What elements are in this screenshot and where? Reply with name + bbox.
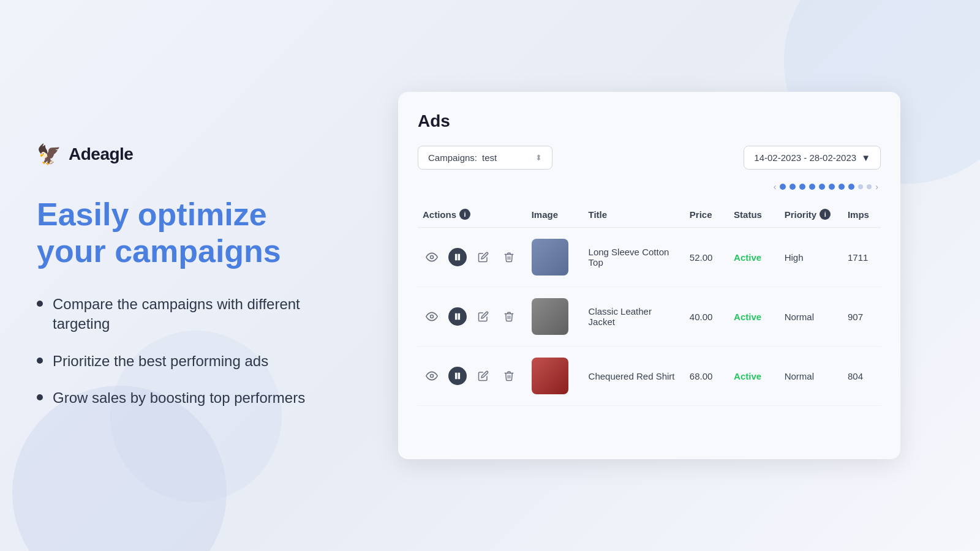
row-1-view-icon[interactable] [423, 248, 441, 266]
bullet-text-3: Grow sales by boosting top performers [53, 388, 305, 408]
th-image: Image [527, 201, 584, 228]
th-actions: Actions i [418, 201, 527, 228]
row-2-title: Classic Leather Jacket [584, 287, 685, 347]
pag-dot-6[interactable] [829, 184, 835, 190]
th-title: Title [584, 201, 685, 228]
row-1-price: 52.00 [685, 228, 729, 287]
row-1-status: Active [729, 228, 780, 287]
ads-card: Ads Campaigns: test ⬍ 14-02-2023 - 28-02… [398, 92, 900, 459]
card-title: Ads [418, 111, 881, 131]
svg-rect-5 [458, 313, 459, 319]
bullet-dot-2 [37, 358, 43, 364]
row-3-view-icon[interactable] [423, 367, 441, 385]
row-1-actions [418, 228, 527, 287]
pag-dot-3[interactable] [799, 184, 805, 190]
bullet-item-2: Prioritize the best performing ads [37, 351, 318, 371]
table-row: Long Sleeve Cotton Top 52.00 Active High… [418, 228, 881, 287]
pag-dot-4[interactable] [809, 184, 815, 190]
svg-rect-7 [456, 373, 457, 378]
pag-dot-5[interactable] [819, 184, 825, 190]
bullet-text-1: Compare the campaigns with different tar… [53, 294, 318, 334]
th-priority-label: Priority [785, 209, 817, 220]
row-3-status: Active [729, 347, 780, 406]
hero-title: Easily optimize your campaigns [37, 197, 318, 270]
bullet-item-3: Grow sales by boosting top performers [37, 388, 318, 408]
row-2-price: 40.00 [685, 287, 729, 347]
date-range-picker[interactable]: 14-02-2023 - 28-02-2023 ▼ [744, 146, 881, 170]
row-2-priority: Normal [780, 287, 843, 347]
card-toolbar: Campaigns: test ⬍ 14-02-2023 - 28-02-202… [418, 146, 881, 170]
row-3-pause-icon[interactable] [448, 367, 467, 385]
row-1-title: Long Sleeve Cotton Top [584, 228, 685, 287]
svg-point-6 [431, 375, 434, 378]
date-range-value: 14-02-2023 - 28-02-2023 [754, 152, 856, 163]
row-3-delete-icon[interactable] [500, 367, 518, 385]
th-imps: Imps [843, 201, 881, 228]
row-2-actions [418, 287, 527, 347]
row-1-delete-icon[interactable] [500, 248, 518, 266]
pagination-row: ‹ › [418, 182, 881, 192]
row-3-edit-icon[interactable] [474, 367, 492, 385]
actions-info-badge[interactable]: i [459, 209, 470, 220]
row-3-imps: 804 [843, 347, 881, 406]
row-1-pause-icon[interactable] [448, 248, 467, 266]
pag-dot-9[interactable] [858, 184, 863, 189]
row-1-priority: High [780, 228, 843, 287]
logo-text: Adeagle [69, 144, 133, 164]
row-1-status-badge: Active [734, 252, 761, 263]
row-3-image [527, 347, 584, 406]
row-2-status-badge: Active [734, 312, 761, 322]
bullet-item-1: Compare the campaigns with different tar… [37, 294, 318, 334]
row-3-priority: Normal [780, 347, 843, 406]
table-row: Classic Leather Jacket 40.00 Active Norm… [418, 287, 881, 347]
pag-dot-8[interactable] [848, 184, 854, 190]
pagination-next[interactable]: › [875, 182, 878, 192]
svg-rect-1 [456, 254, 457, 260]
bullet-dot-3 [37, 394, 43, 400]
row-3-product-image [532, 358, 568, 394]
row-2-product-image [532, 298, 568, 335]
row-1-edit-icon[interactable] [474, 248, 492, 266]
row-3-title: Chequered Red Shirt [584, 347, 685, 406]
pag-dot-7[interactable] [839, 184, 845, 190]
row-3-actions [418, 347, 527, 406]
row-2-delete-icon[interactable] [500, 307, 518, 326]
row-1-image [527, 228, 584, 287]
table-body: Long Sleeve Cotton Top 52.00 Active High… [418, 228, 881, 406]
row-1-imps: 1711 [843, 228, 881, 287]
campaign-select[interactable]: Campaigns: test ⬍ [418, 146, 552, 170]
table-row: Chequered Red Shirt 68.00 Active Normal … [418, 347, 881, 406]
campaign-value: test [482, 152, 497, 163]
left-panel: 🦅 Adeagle Easily optimize your campaigns… [37, 143, 355, 408]
row-1-product-image [532, 239, 568, 276]
campaign-select-arrow: ⬍ [535, 153, 542, 162]
bullet-dot-1 [37, 301, 43, 307]
right-panel: Ads Campaigns: test ⬍ 14-02-2023 - 28-02… [355, 92, 943, 459]
row-3-price: 68.00 [685, 347, 729, 406]
pag-dot-2[interactable] [790, 184, 796, 190]
row-2-imps: 907 [843, 287, 881, 347]
row-2-view-icon[interactable] [423, 307, 441, 326]
th-actions-label: Actions [423, 209, 456, 220]
svg-rect-8 [458, 373, 459, 378]
ads-table: Actions i Image Title Price Status Prior… [418, 201, 881, 406]
row-2-pause-icon[interactable] [448, 307, 467, 326]
th-priority: Priority i [780, 201, 843, 228]
campaign-label: Campaigns: [428, 152, 477, 163]
th-price: Price [685, 201, 729, 228]
pagination-prev[interactable]: ‹ [774, 182, 777, 192]
th-status: Status [729, 201, 780, 228]
pag-dot-10[interactable] [867, 184, 872, 189]
priority-info-badge[interactable]: i [820, 209, 831, 220]
date-range-arrow: ▼ [861, 152, 870, 163]
row-3-status-badge: Active [734, 371, 761, 381]
svg-point-0 [431, 256, 434, 259]
svg-rect-4 [456, 313, 457, 319]
row-2-image [527, 287, 584, 347]
svg-point-3 [431, 315, 434, 318]
row-2-edit-icon[interactable] [474, 307, 492, 326]
logo-icon: 🦅 [37, 143, 61, 166]
logo: 🦅 Adeagle [37, 143, 318, 166]
row-2-status: Active [729, 287, 780, 347]
pag-dot-1[interactable] [780, 184, 786, 190]
